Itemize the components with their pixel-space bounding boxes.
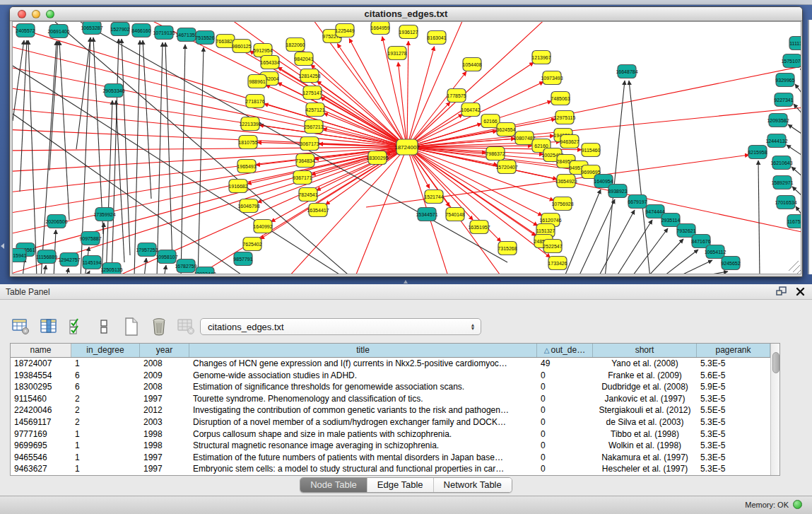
graph-node[interactable]: 12814258 (298, 69, 320, 83)
table-cell[interactable]: 0 (537, 381, 593, 393)
table-cell[interactable]: Stergiakouli et al. (2012) (593, 404, 697, 416)
table-cell[interactable]: 1 (71, 440, 140, 452)
column-header-title[interactable]: title (189, 344, 537, 357)
graph-node[interactable]: 1527902 (110, 23, 129, 36)
table-cell[interactable]: 5.3E-5 (697, 463, 770, 475)
table-row[interactable]: 1456911722003Disruption of a novel membe… (11, 416, 770, 428)
graph-node[interactable]: 17016534 (775, 196, 796, 209)
graph-node[interactable]: 17359924 (93, 208, 115, 221)
table-cell[interactable]: 9465546 (11, 452, 71, 464)
tab-node-table[interactable]: Node Table (300, 478, 367, 492)
graph-node[interactable]: 15751074 (781, 54, 801, 68)
graph-node[interactable]: 1167533 (787, 215, 801, 228)
table-row[interactable]: 911546021997Tourette syndrome. Phenomeno… (11, 393, 770, 405)
graph-node[interactable]: 1916682 (228, 180, 247, 193)
graph-node[interactable]: 3067173 (300, 137, 319, 151)
table-cell[interactable]: 1998 (140, 428, 189, 440)
graph-node[interactable]: 1654334 (260, 56, 279, 69)
graph-node[interactable]: 13654923 (555, 175, 577, 188)
table-cell[interactable]: 1998 (140, 440, 189, 452)
graph-node[interactable]: 10756928 (551, 197, 573, 211)
graph-node[interactable]: 7540148 (445, 208, 464, 221)
table-cell[interactable]: 9777169 (11, 428, 71, 440)
graph-node[interactable]: 1064742 (461, 103, 480, 117)
graph-node[interactable]: 9227341 (774, 93, 793, 107)
table-row[interactable]: 1830029562008Estimation of significance … (11, 381, 770, 393)
table-cell[interactable]: Yano et al. (2008) (593, 358, 697, 370)
graph-node[interactable]: 3915941 (13, 249, 27, 262)
table-cell[interactable]: 0 (537, 428, 593, 440)
memory-status-indicator[interactable] (793, 500, 802, 509)
column-header-name[interactable]: name (11, 344, 71, 357)
panel-divider-handle[interactable] (402, 280, 409, 284)
graph-node[interactable]: 9860125 (232, 40, 251, 53)
table-cell[interactable]: 18724007 (11, 358, 71, 370)
graph-node[interactable]: 8938923 (608, 185, 627, 198)
graph-node[interactable]: 2718176 (245, 95, 264, 108)
graph-node[interactable]: 7824541 (298, 188, 317, 201)
graph-node[interactable]: 10719135 (153, 26, 175, 40)
graph-node[interactable]: 1778575 (447, 89, 466, 103)
table-cell[interactable]: de Silva et al. (2003) (593, 416, 697, 428)
graph-node[interactable]: 2522547 (543, 240, 562, 253)
table-row[interactable]: 1872400712008Changes of HCN gene express… (11, 358, 770, 370)
graph-node[interactable]: 1225449 (335, 24, 354, 37)
graph-node[interactable]: 1213967 (531, 51, 551, 64)
network-window-titlebar[interactable]: citations_edges.txt (10, 7, 802, 21)
graph-node[interactable]: 9367171 (293, 171, 312, 185)
delete-columns-icon[interactable] (149, 317, 169, 337)
graph-node[interactable]: 2567213 (304, 120, 323, 134)
graph-node[interactable]: 3624554 (496, 123, 515, 136)
table-cell[interactable]: 5.6E-5 (697, 370, 770, 382)
graph-node[interactable]: 4257121 (305, 103, 324, 117)
graph-node[interactable]: 1111304 (789, 37, 801, 50)
table-cell[interactable]: 2 (71, 393, 140, 405)
graph-node[interactable]: 16046798 (237, 199, 259, 213)
table-cell[interactable]: 1997 (140, 452, 189, 464)
show-columns-icon[interactable] (39, 317, 59, 337)
table-cell[interactable]: 0 (537, 463, 593, 475)
graph-node[interactable]: 16648784 (616, 65, 637, 78)
table-cell[interactable]: Estimation of significance thresholds fo… (189, 381, 537, 393)
table-cell[interactable]: 2 (71, 416, 140, 428)
graph-node[interactable]: 9115460 (582, 144, 601, 157)
float-panel-icon[interactable] (776, 286, 787, 296)
table-cell[interactable]: Franke et al. (2009) (593, 370, 697, 382)
table-cell[interactable]: 1 (71, 452, 140, 464)
table-cell[interactable]: Changes of HCN gene expression and I(f) … (189, 358, 537, 370)
graph-node[interactable]: 16354417 (307, 204, 329, 217)
table-cell[interactable]: 14569117 (11, 416, 71, 428)
graph-node[interactable]: 7364834 (295, 154, 314, 168)
graph-node[interactable]: 2935114 (661, 214, 681, 227)
table-cell[interactable]: 1 (71, 358, 140, 370)
graph-node[interactable]: 1931278 (387, 47, 406, 60)
graph-node[interactable]: 2405572 (16, 24, 35, 37)
create-column-icon[interactable] (122, 317, 141, 337)
column-header-short[interactable]: short (593, 344, 697, 357)
network-canvas[interactable]: 1872400718300295766382298601255912954165… (12, 21, 801, 274)
graph-node[interactable]: 20206506 (45, 215, 67, 228)
table-cell[interactable]: 1997 (140, 463, 189, 475)
graph-node[interactable]: 10654112 (705, 245, 726, 259)
graph-node[interactable]: 20691406 (47, 25, 69, 38)
graph-node[interactable]: 1822060 (286, 38, 305, 52)
table-cell[interactable]: 9115460 (11, 393, 71, 405)
graph-node[interactable]: 8163041 (427, 31, 446, 45)
graph-node[interactable]: 12093582 (767, 114, 789, 127)
graph-node[interactable]: 1054408 (462, 58, 481, 71)
graph-node[interactable]: 6679197 (628, 195, 647, 209)
table-body[interactable]: 1872400712008Changes of HCN gene express… (11, 358, 770, 475)
table-cell[interactable]: 2003 (140, 416, 189, 428)
table-row[interactable]: 977716911998Corpus callosum shape and si… (11, 428, 770, 440)
table-row[interactable]: 2242004622012Investigating the contribut… (11, 404, 770, 416)
graph-node[interactable]: 1521744 (424, 190, 443, 204)
table-cell[interactable]: Tibbo et al. (1998) (593, 428, 697, 440)
selection-mode-icon[interactable] (66, 317, 86, 337)
table-cell[interactable]: 0 (537, 393, 593, 405)
graph-node[interactable]: 29053346 (102, 84, 124, 98)
graph-node[interactable]: 90975887 (79, 232, 101, 245)
table-cell[interactable]: 22420046 (11, 404, 71, 416)
graph-node[interactable]: 1733426 (548, 257, 567, 270)
graph-node[interactable]: 9329965 (775, 74, 794, 87)
table-cell[interactable]: 49 (537, 358, 593, 370)
